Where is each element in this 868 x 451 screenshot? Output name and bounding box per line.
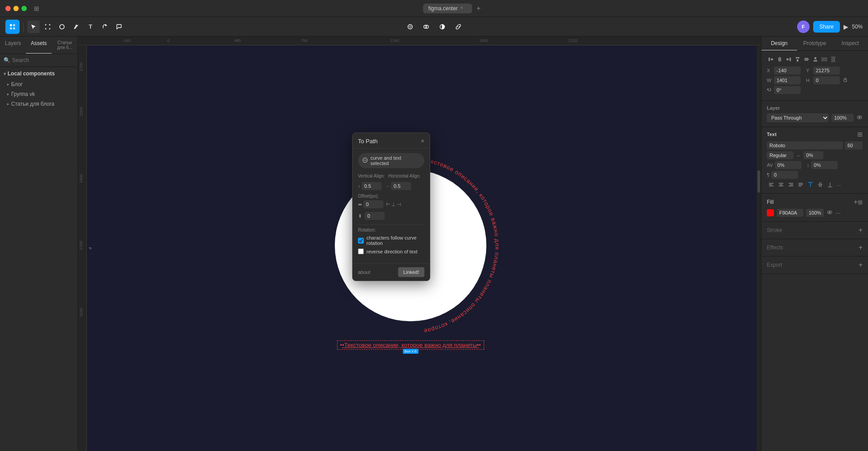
follow-rotation-checkbox[interactable]: [358, 238, 364, 244]
rotation-input[interactable]: [774, 86, 801, 94]
search-input[interactable]: [12, 57, 79, 63]
add-stroke-button[interactable]: +: [859, 226, 863, 234]
tab-prototype[interactable]: Prototype: [797, 37, 833, 50]
comment-tool-button[interactable]: [113, 21, 125, 33]
close-button[interactable]: [5, 6, 11, 11]
traffic-lights: [5, 6, 27, 11]
paragraph-spacing-input[interactable]: [771, 171, 798, 179]
hand-tool-button[interactable]: [99, 21, 111, 33]
svg-rect-68: [798, 186, 802, 186]
boolean-tool-button[interactable]: [420, 21, 432, 33]
fill-opacity-input[interactable]: [806, 209, 824, 217]
y-input[interactable]: [813, 66, 840, 74]
align-center-v-button[interactable]: [802, 55, 810, 65]
active-tab[interactable]: figma.center ×: [423, 4, 472, 13]
align-center-h-button[interactable]: [776, 55, 784, 65]
list-item[interactable]: ▸ Статьи для блога: [4, 99, 74, 109]
lock-ratio-button[interactable]: [843, 77, 848, 84]
tab-design[interactable]: Design: [761, 37, 797, 50]
text-tool-button[interactable]: T: [84, 21, 97, 33]
svg-rect-39: [790, 58, 791, 61]
offset-align-left-button[interactable]: ⊢: [386, 202, 391, 207]
home-button[interactable]: [5, 20, 20, 34]
frame-icon: [45, 24, 51, 30]
font-family-input[interactable]: [767, 141, 843, 149]
svg-rect-47: [815, 57, 816, 59]
remove-fill-button[interactable]: ···: [835, 209, 841, 216]
align-right-text-button[interactable]: [786, 181, 795, 190]
more-text-options-button[interactable]: ···: [835, 182, 842, 189]
tracking-input[interactable]: [775, 161, 802, 169]
align-inputs: ↕ →: [358, 182, 424, 190]
x-input[interactable]: [774, 66, 801, 74]
font-style-input[interactable]: [767, 151, 794, 159]
layer-mode-select[interactable]: Pass Through Normal Darken Multiply Scre…: [767, 113, 829, 122]
add-fill-button[interactable]: +: [854, 198, 858, 206]
tab-blog[interactable]: Статьи для б...: [52, 37, 78, 54]
play-button[interactable]: ▶: [843, 23, 848, 30]
height-input[interactable]: [813, 76, 840, 84]
text-top-align-button[interactable]: [806, 181, 815, 190]
align-top-button[interactable]: [794, 55, 802, 65]
link-tool-button[interactable]: [452, 21, 465, 33]
figma-canvas[interactable]: Текстовое описание, которое важно для пл…: [87, 46, 761, 451]
linked-button[interactable]: Linked!: [398, 267, 424, 277]
letter-spacing-input[interactable]: [803, 151, 823, 159]
fill-color-swatch[interactable]: [767, 209, 774, 216]
share-button[interactable]: Share: [813, 21, 840, 33]
align-left-button[interactable]: [767, 55, 775, 65]
add-tab-button[interactable]: +: [475, 4, 482, 12]
about-button[interactable]: about: [358, 269, 370, 275]
list-item[interactable]: ▸ Блог: [4, 79, 74, 89]
text-style-button[interactable]: ⊞: [857, 131, 863, 138]
svg-rect-58: [769, 184, 772, 185]
horizontal-align-input[interactable]: [391, 182, 411, 190]
move-tool-button[interactable]: [27, 21, 40, 33]
add-export-button[interactable]: +: [859, 261, 863, 269]
ruler-marks-v: 1700 2000 2400 2700 3100: [78, 46, 87, 451]
tab-layers[interactable]: Layers: [0, 37, 26, 54]
mask-tool-button[interactable]: [404, 21, 416, 33]
align-justify-text-button[interactable]: [796, 181, 805, 190]
bottom-text-label: ••Текстовое описание, которое важно для …: [337, 340, 484, 350]
fill-hex-input[interactable]: [777, 209, 803, 217]
tab-close-button[interactable]: ×: [461, 5, 467, 12]
tab-assets[interactable]: Assets: [26, 37, 52, 54]
minimize-button[interactable]: [13, 6, 19, 11]
link-icon: [455, 23, 462, 30]
vertical-scrollbar[interactable]: [757, 46, 761, 451]
text-bottom-align-button[interactable]: [826, 181, 835, 190]
visibility-toggle-button[interactable]: [856, 114, 863, 122]
shape-tool-button[interactable]: [56, 21, 68, 33]
offset-align-center-button[interactable]: ⊥: [391, 202, 396, 207]
align-right-button[interactable]: [785, 55, 793, 65]
width-input[interactable]: [774, 76, 801, 84]
add-effect-button[interactable]: +: [859, 244, 863, 252]
offset-x-input[interactable]: [363, 200, 383, 208]
more-fill-options-button[interactable]: ⊞: [858, 199, 863, 206]
list-item[interactable]: ▸ Группа vk: [4, 89, 74, 99]
vertical-align-input[interactable]: [362, 182, 382, 190]
offset-y-input[interactable]: [365, 212, 385, 220]
text-middle-align-button[interactable]: [816, 181, 825, 190]
offset-h-icon: ⬌: [358, 202, 362, 207]
tab-inspect[interactable]: Inspect: [832, 37, 868, 50]
offset-align-right-button[interactable]: ⊣: [397, 202, 401, 207]
maximize-button[interactable]: [21, 6, 27, 11]
align-bottom-button[interactable]: [811, 55, 819, 65]
align-left-text-button[interactable]: [767, 181, 776, 190]
pen-tool-button[interactable]: [70, 21, 82, 33]
distribute-h-button[interactable]: [820, 55, 828, 65]
frame-tool-button[interactable]: [41, 21, 54, 33]
collapse-icon[interactable]: ▾: [4, 71, 6, 76]
font-size-input[interactable]: [845, 141, 863, 149]
align-center-text-button[interactable]: [777, 181, 786, 190]
modal-close-button[interactable]: ×: [421, 137, 424, 145]
fill-visibility-button[interactable]: [827, 209, 833, 217]
line-height-input[interactable]: [811, 161, 838, 169]
scrollbar-thumb[interactable]: [757, 170, 760, 193]
contrast-tool-button[interactable]: [436, 21, 448, 33]
layer-opacity-input[interactable]: [831, 114, 854, 122]
distribute-v-button[interactable]: [829, 55, 837, 65]
reverse-direction-checkbox[interactable]: [358, 248, 364, 254]
